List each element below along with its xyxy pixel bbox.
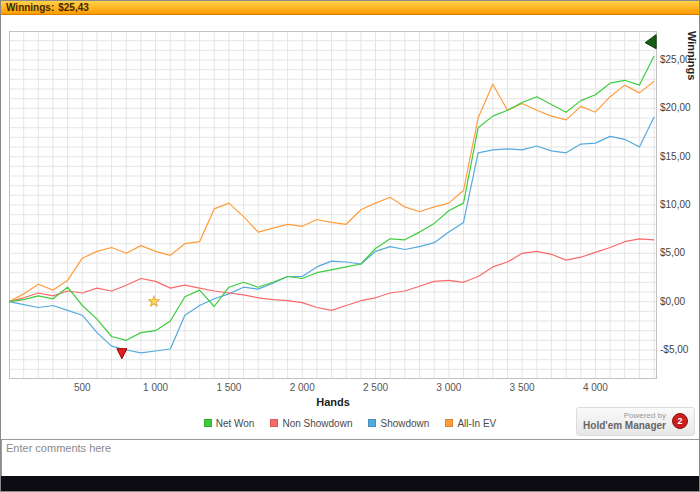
y-tick-label: $25,00: [660, 54, 691, 65]
legend-item: All-In EV: [445, 418, 496, 429]
x-tick-label: 3 000: [436, 382, 461, 393]
legend-item: Non Showdown: [270, 418, 352, 429]
down-arrow-marker: [117, 349, 127, 359]
x-axis-ticks: 5001 0001 5002 0002 5003 0003 5004 000: [9, 382, 657, 394]
x-tick-label: 1 500: [216, 382, 241, 393]
star-marker: ★: [148, 293, 161, 309]
legend-item: Showdown: [368, 418, 429, 429]
y-tick-label: $0,00: [660, 296, 685, 307]
powered-by-text: Powered by Hold'em Manager: [583, 411, 666, 432]
x-tick-label: 2 000: [290, 382, 315, 393]
holdem-manager-label: Hold'em Manager: [583, 420, 666, 432]
x-tick-label: 500: [74, 382, 91, 393]
winnings-plot: ★: [9, 31, 657, 379]
legend-label: Non Showdown: [282, 418, 352, 429]
app-window: Winnings: $25,43 ★ 5001 0001 5002 0002 5…: [0, 0, 700, 492]
y-tick-label: -$5,00: [660, 344, 688, 355]
y-tick-label: $20,00: [660, 102, 691, 113]
title-bar: Winnings: $25,43: [1, 1, 699, 15]
chart-panel: ★ 5001 0001 5002 0002 5003 0003 5004 000…: [1, 15, 699, 411]
y-tick-label: $5,00: [660, 247, 685, 258]
legend-label: Net Won: [216, 418, 255, 429]
legend-swatch-icon: [270, 419, 278, 427]
end-flag-marker: [645, 35, 656, 49]
winnings-title-value: $25,43: [58, 2, 89, 13]
plot-svg: ★: [9, 31, 657, 379]
x-tick-label: 3 500: [510, 382, 535, 393]
x-tick-label: 1 000: [143, 382, 168, 393]
x-tick-label: 2 500: [363, 382, 388, 393]
x-tick-label: 4 000: [583, 382, 608, 393]
legend-item: Net Won: [204, 418, 255, 429]
y-tick-label: $10,00: [660, 199, 691, 210]
winnings-title-label: Winnings:: [6, 2, 54, 13]
legend-label: Showdown: [380, 418, 429, 429]
legend-swatch-icon: [204, 419, 212, 427]
legend-label: All-In EV: [457, 418, 496, 429]
powered-by-label: Powered by: [583, 411, 666, 420]
legend-swatch-icon: [445, 419, 453, 427]
x-axis-title: Hands: [9, 396, 657, 408]
bottom-bar: [1, 476, 699, 491]
comments-input[interactable]: [1, 439, 700, 478]
powered-by: Powered by Hold'em Manager 2: [576, 407, 695, 436]
legend-swatch-icon: [368, 419, 376, 427]
y-tick-label: $15,00: [660, 151, 691, 162]
hm2-badge: 2: [672, 413, 688, 429]
